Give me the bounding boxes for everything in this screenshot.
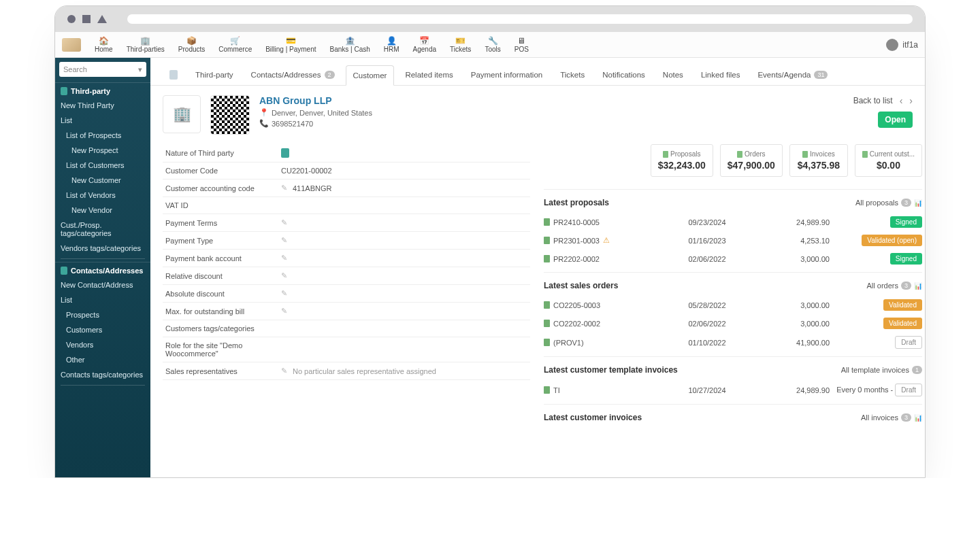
nav-item-third-parties[interactable]: 🏢Third-parties: [120, 35, 172, 54]
sidebar-item[interactable]: List of Vendors: [55, 188, 150, 203]
ref: PR2202-0002: [553, 255, 600, 263]
sidebar-item[interactable]: List of Customers: [55, 158, 150, 173]
value-customer-code: CU2201-00002: [281, 167, 332, 175]
ref: CO2205-0003: [553, 301, 600, 309]
sidebar-item[interactable]: Contacts tags/categories: [55, 367, 150, 382]
sidebar-item[interactable]: New Customer: [55, 173, 150, 188]
sidebar-item[interactable]: Prospects: [55, 307, 150, 322]
chart-icon[interactable]: [914, 199, 922, 207]
sidebar-group-contacts[interactable]: Contacts/Addresses: [55, 262, 150, 277]
nav-item-billing-payment[interactable]: 💳Billing | Payment: [259, 35, 323, 54]
app-logo[interactable]: [62, 38, 81, 52]
count-badge: 1: [912, 366, 922, 374]
sidebar-item[interactable]: New Contact/Address: [55, 277, 150, 292]
ref: TI: [553, 386, 560, 394]
list-row[interactable]: PR2301-0003 ⚠01/16/20234,253.10Validated…: [544, 231, 922, 250]
list-row[interactable]: TI10/27/202424,989.90Every 0 months - Dr…: [544, 380, 922, 400]
edit-icon[interactable]: ✎: [281, 271, 287, 280]
list-row[interactable]: PR2410-000509/23/202424,989.90Signed: [544, 213, 922, 231]
amount: 24,989.90: [755, 218, 830, 226]
tab-customer[interactable]: Customer: [346, 65, 395, 86]
edit-icon[interactable]: ✎: [281, 289, 287, 298]
tab-icon-only[interactable]: [163, 65, 184, 85]
ref: CO2202-0002: [553, 320, 600, 328]
value-acc-code: 411ABNGR: [293, 184, 331, 192]
tab-notifications[interactable]: Notifications: [595, 65, 652, 84]
sidebar: Search ▾ Third-party New Third PartyList…: [55, 58, 150, 477]
status-pill: Signed: [890, 216, 922, 228]
tab-tickets[interactable]: Tickets: [553, 65, 591, 84]
tab-events[interactable]: Events/Agenda31: [751, 65, 834, 84]
list-row[interactable]: PR2202-000202/06/20223,000.00Signed: [544, 250, 922, 268]
nav-item-tools[interactable]: 🔧Tools: [478, 35, 507, 54]
panel-all-link[interactable]: All invoices 3: [861, 413, 922, 422]
status-badge: Open: [878, 112, 913, 128]
list-row[interactable]: CO2205-000305/28/20223,000.00Validated: [544, 296, 922, 314]
tab-contacts[interactable]: Contacts/Addresses2: [244, 65, 342, 84]
edit-icon[interactable]: ✎: [281, 367, 287, 375]
sidebar-item[interactable]: Vendors tags/categories: [55, 241, 150, 256]
tab-linked-files[interactable]: Linked files: [694, 65, 747, 84]
status-pill: Signed: [890, 253, 922, 265]
tab-notes[interactable]: Notes: [656, 65, 690, 84]
sidebar-item[interactable]: List: [55, 292, 150, 307]
sidebar-item[interactable]: Other: [55, 352, 150, 367]
date: 01/16/2023: [659, 237, 755, 245]
panel-title: Latest proposals: [544, 198, 609, 207]
nav-item-tickets[interactable]: 🎫Tickets: [443, 35, 478, 54]
nav-item-pos[interactable]: 🖥POS: [508, 35, 536, 54]
date: 02/06/2022: [659, 255, 755, 263]
company-name[interactable]: ABN Group LLP: [259, 95, 372, 106]
window-control-circle[interactable]: [67, 15, 76, 23]
panel-title: Latest sales orders: [544, 281, 618, 290]
sidebar-item[interactable]: Vendors: [55, 337, 150, 352]
edit-icon[interactable]: ✎: [281, 254, 287, 262]
chart-icon[interactable]: [914, 413, 922, 422]
panel-all-link[interactable]: All template invoices 1: [841, 366, 922, 374]
company-address: Denver, Denver, United States: [272, 109, 372, 117]
nav-item-agenda[interactable]: 📅Agenda: [406, 35, 443, 54]
tab-third-party[interactable]: Third-party: [189, 65, 240, 84]
window-control-square[interactable]: [82, 15, 91, 23]
edit-icon[interactable]: ✎: [281, 236, 287, 245]
nav-item-hrm[interactable]: 👤HRM: [377, 35, 406, 54]
edit-icon[interactable]: ✎: [281, 307, 287, 316]
user-area[interactable]: itf1a: [886, 39, 918, 51]
panel-all-link[interactable]: All orders 3: [867, 282, 922, 290]
sidebar-item[interactable]: List of Prospects: [55, 128, 150, 143]
list-row[interactable]: (PROV1)01/10/202241,900.00Draft: [544, 333, 922, 352]
list-row[interactable]: CO2202-000202/06/20223,000.00Validated: [544, 314, 922, 333]
sidebar-item[interactable]: New Prospect: [55, 143, 150, 158]
card-outstanding[interactable]: Current outst...$0.00: [855, 144, 922, 177]
nav-item-commerce[interactable]: 🛒Commerce: [212, 35, 259, 54]
sidebar-group-thirdparty[interactable]: Third-party: [55, 82, 150, 98]
panel-all-link[interactable]: All proposals 3: [855, 199, 922, 207]
qr-code: [210, 95, 250, 135]
count-badge: 3: [901, 282, 911, 290]
prev-record-button[interactable]: ‹: [900, 95, 903, 106]
sidebar-item[interactable]: Customers: [55, 322, 150, 337]
back-to-list-link[interactable]: Back to list: [853, 96, 893, 105]
nav-item-products[interactable]: 📦Products: [172, 35, 212, 54]
sidebar-item[interactable]: New Third Party: [55, 98, 150, 113]
tab-payment-info[interactable]: Payment information: [464, 65, 549, 84]
amount: 24,989.90: [755, 386, 830, 394]
edit-icon[interactable]: ✎: [281, 218, 287, 227]
search-input[interactable]: Search ▾: [59, 62, 146, 77]
username: itf1a: [902, 40, 918, 50]
nav-item-home[interactable]: 🏠Home: [88, 35, 120, 54]
nav-item-banks-cash[interactable]: 🏦Banks | Cash: [323, 35, 377, 54]
tab-related[interactable]: Related items: [398, 65, 459, 84]
status-pill: Draft: [895, 384, 922, 396]
card-invoices[interactable]: Invoices$4,375.98: [789, 144, 848, 177]
card-proposals[interactable]: Proposals$32,243.00: [651, 144, 713, 177]
sidebar-item[interactable]: Cust./Prosp. tags/categories: [55, 218, 150, 241]
sidebar-item[interactable]: List: [55, 113, 150, 128]
window-control-triangle[interactable]: [97, 15, 107, 23]
next-record-button[interactable]: ›: [909, 95, 913, 106]
card-orders[interactable]: Orders$47,900.00: [720, 144, 783, 177]
chart-icon[interactable]: [914, 282, 922, 290]
edit-icon[interactable]: ✎: [281, 184, 287, 192]
url-bar[interactable]: [127, 14, 913, 24]
sidebar-item[interactable]: New Vendor: [55, 203, 150, 218]
